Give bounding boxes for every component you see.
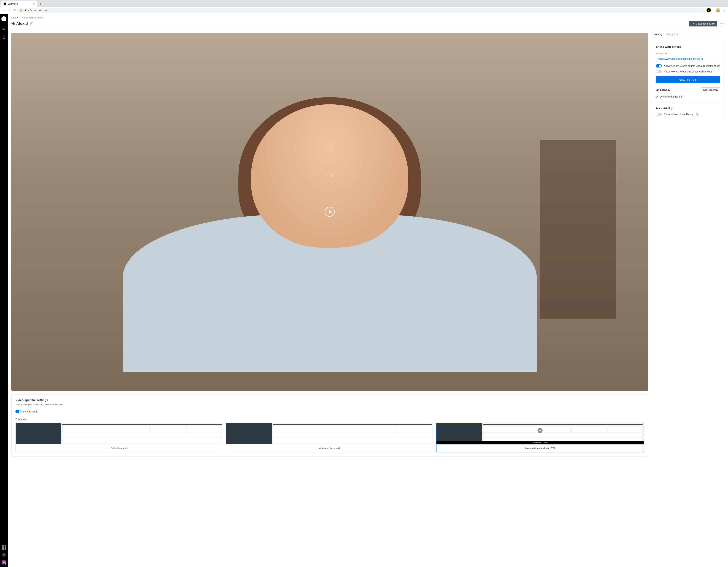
tab-analytics[interactable]: Analytics [667, 33, 678, 38]
close-icon[interactable]: ✕ [33, 2, 35, 5]
sidebar-item-history[interactable] [2, 35, 6, 39]
team-visibility-section: Team visibility Show video in team libra… [656, 107, 720, 116]
thumbnail-option-animated[interactable]: Animated thumbnail [226, 423, 433, 452]
browser-actions: ⚡ ⋮ [707, 8, 726, 12]
browser-menu-icon[interactable]: ⋮ [723, 8, 726, 12]
team-toggle-row: Show video in team library i [656, 113, 720, 116]
thumbnail-preview: Play 45 second video [436, 423, 644, 444]
profile-avatar[interactable] [716, 8, 720, 12]
privacy-value-row: Anyone with the link [656, 95, 720, 98]
team-library-label: Show video in team library [664, 113, 693, 116]
url-field[interactable]: 🔒 https://video.drift.com [17, 8, 705, 13]
allow-chat-row: Allow viewers to chat on this video (rec… [656, 64, 720, 68]
app-logo-icon[interactable]: ⚡ [1, 16, 6, 21]
forward-button[interactable]: → [8, 9, 11, 12]
left-column: ✦ ✦ Video specific settings How should y… [11, 33, 648, 457]
team-library-toggle[interactable] [656, 113, 662, 116]
reload-button[interactable]: ⟳ [14, 9, 16, 12]
include-audio-row: Include audio [15, 410, 644, 413]
sidebar: ⚡ ? JD ✓ [0, 14, 8, 567]
user-avatar[interactable]: JD ✓ [2, 560, 6, 565]
privacy-heading: Link privacy [656, 88, 670, 91]
thumbnail-preview [16, 423, 223, 444]
breadcrumb-personalize[interactable]: Personalize & share [22, 16, 43, 19]
title-row: Hi Alexa! Customer preview ⋯ [11, 21, 724, 26]
browser-tab[interactable]: ⚡ Drift Video ✕ [1, 1, 37, 7]
new-tab-button[interactable]: + [38, 2, 43, 7]
thumbnail-label: Thumbnail [15, 418, 644, 421]
content-body: ✦ ✦ Video specific settings How should y… [8, 29, 728, 460]
sidebar-bottom: ? JD ✓ [2, 545, 6, 565]
breadcrumb: Library › Personalize & share [11, 16, 724, 19]
sharing-link-label: Sharing link [656, 52, 720, 55]
tabs-header: Sharing Analytics [652, 33, 724, 38]
thumbnail-preview [226, 423, 433, 444]
allow-book-toggle[interactable] [656, 70, 662, 73]
title-left: Hi Alexa! [11, 21, 33, 26]
verified-check-icon: ✓ [4, 563, 7, 565]
cta-overlay-text: Play 45 second video [436, 441, 644, 444]
back-button[interactable]: ← [2, 9, 5, 12]
settings-subtitle: How should your video look, feel, and be… [15, 403, 644, 406]
video-player[interactable]: ✦ ✦ [11, 33, 648, 391]
url-text: https://video.drift.com [24, 9, 47, 12]
extension-icon[interactable]: ⚡ [707, 8, 711, 12]
right-column: Sharing Analytics Share with others Shar… [652, 33, 724, 457]
lock-icon: 🔒 [20, 9, 22, 12]
help-icon[interactable]: ? [2, 553, 6, 557]
divider [656, 102, 720, 103]
allow-book-row: Allow viewers to book meetings with my b… [656, 70, 720, 73]
url-bar: ← → ⟳ 🔒 https://video.drift.com ⚡ ⋮ [0, 7, 728, 14]
apps-grid-icon[interactable] [2, 545, 6, 550]
sparkle-icon: ✦ ✦ [326, 174, 333, 178]
allow-chat-toggle[interactable] [656, 64, 662, 68]
team-heading: Team visibility [656, 107, 720, 110]
preview-icon [692, 22, 694, 25]
page-header: Library › Personalize & share Hi Alexa! … [8, 14, 728, 29]
play-button-icon[interactable] [325, 207, 335, 217]
tab-bar: ⚡ Drift Video ✕ + [0, 0, 728, 7]
chevron-right-icon: › [20, 16, 21, 19]
settings-card: Video specific settings How should your … [11, 394, 648, 457]
settings-heading: Video specific settings [15, 398, 644, 402]
tab-title: Drift Video [8, 3, 31, 5]
favicon-icon: ⚡ [4, 2, 6, 5]
svg-marker-1 [4, 28, 4, 29]
info-icon[interactable]: i [696, 113, 699, 116]
include-audio-label: Include audio [23, 410, 38, 413]
svg-rect-3 [692, 23, 694, 24]
breadcrumb-library[interactable]: Library [11, 16, 18, 19]
thumbnail-caption: Animated thumbnail with CTA [436, 444, 644, 452]
thumbnail-caption: Static thumbnail [16, 444, 223, 452]
customer-preview-button[interactable]: Customer preview [689, 21, 717, 26]
thumbnail-option-static[interactable]: Static thumbnail [15, 423, 223, 452]
app-container: ⚡ ? JD ✓ Library › Personalize & share [0, 14, 728, 567]
title-actions: Customer preview ⋯ [689, 21, 724, 26]
link-privacy-section: Link privacy Edit link privacy Anyone wi… [656, 87, 720, 98]
share-heading: Share with others [656, 45, 720, 49]
browser-chrome: ⚡ Drift Video ✕ + ← → ⟳ 🔒 https://video.… [0, 0, 728, 14]
sharing-link-field[interactable]: https://www.video.drift.com/iqxh4t7n384u [656, 56, 720, 62]
edit-icon[interactable] [30, 22, 33, 25]
nav-controls: ← → ⟳ [2, 9, 16, 12]
include-audio-toggle[interactable] [15, 410, 21, 413]
play-overlay-icon [538, 428, 543, 433]
more-options-button[interactable]: ⋯ [719, 21, 724, 26]
user-initials: JD [3, 561, 5, 563]
thumbnail-option-animated-cta[interactable]: Play 45 second video Animated thumbnail … [436, 423, 644, 452]
thumbnail-grid: Static thumbnail [15, 423, 644, 452]
thumbnail-caption: Animated thumbnail [226, 444, 433, 452]
page-title: Hi Alexa! [11, 21, 28, 26]
link-icon [656, 95, 659, 98]
preview-label: Customer preview [696, 22, 714, 25]
allow-chat-label: Allow viewers to chat on this video (rec… [664, 64, 720, 67]
sharing-panel: Share with others Sharing link https://w… [652, 41, 724, 120]
allow-book-label: Allow viewers to book meetings with my b… [664, 70, 712, 73]
tab-sharing[interactable]: Sharing [652, 33, 662, 38]
sidebar-item-videos[interactable] [2, 27, 6, 31]
privacy-value: Anyone with the link [660, 95, 683, 98]
main-area: Library › Personalize & share Hi Alexa! … [8, 14, 728, 567]
copy-link-button[interactable]: Copy link + GIF [656, 76, 720, 83]
edit-privacy-button[interactable]: Edit link privacy [701, 87, 720, 92]
privacy-header-row: Link privacy Edit link privacy [656, 87, 720, 92]
